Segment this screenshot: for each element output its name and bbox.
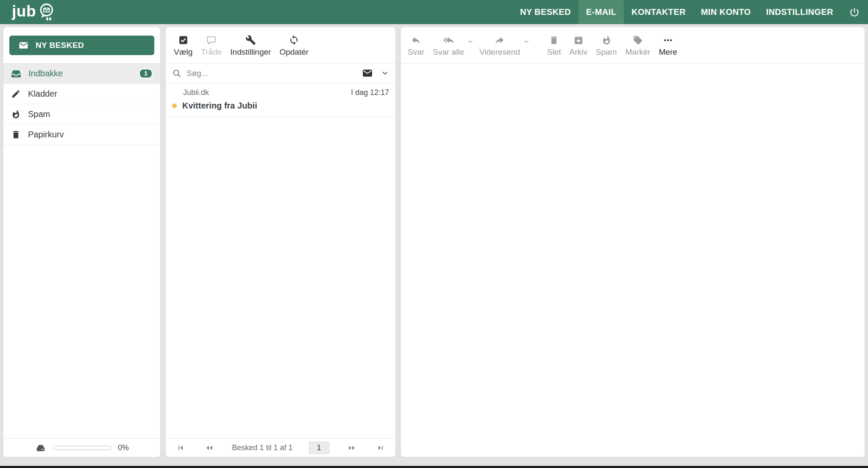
top-nav: NY BESKED E-MAIL KONTAKTER MIN KONTO IND… [512,0,868,24]
folder-panel: NY BESKED Indbakke 1 Kladder [3,27,160,457]
sidebar-item-papirkurv[interactable]: Papirkurv [3,125,160,145]
pagination-bar: Besked 1 til 1 af 1 [166,438,395,457]
chevron-down-icon [523,38,530,45]
forward-icon [494,34,505,45]
reply-all-icon [442,34,455,45]
list-settings-label: Indstillinger [230,47,271,57]
refresh-label: Opdatér [279,47,309,57]
chevron-down-icon [381,69,389,77]
fire-icon [11,109,21,119]
search-input[interactable] [186,69,356,78]
disk-icon [35,443,47,454]
previous-page-icon [204,443,214,452]
mark-button[interactable]: Markér [621,34,654,57]
last-page-icon [376,443,385,452]
message-date: I dag 12:17 [351,88,389,97]
archive-button[interactable]: Arkiv [565,34,592,57]
reply-all-label: Svar alle [433,47,464,57]
tag-icon [633,34,643,45]
next-page-button[interactable] [345,443,359,453]
sidebar-item-spam[interactable]: Spam [3,104,160,125]
forward-button[interactable]: Videresend [475,34,524,57]
message-toolbar: Svar Svar alle [401,27,865,64]
spam-label: Spam [596,47,617,57]
select-button[interactable]: Vælg [170,34,197,57]
power-icon [849,7,860,18]
compose-button[interactable]: NY BESKED [9,36,154,55]
message-subject: Kvittering fra Jubii [182,101,257,111]
refresh-button[interactable]: Opdatér [275,34,313,57]
spam-button[interactable]: Spam [592,34,621,57]
list-toolbar: Vælg Tråde Indstillinger [166,27,395,64]
unread-dot-icon [172,103,177,108]
previous-page-button[interactable] [203,443,216,453]
mail-filled-icon [362,68,373,78]
archive-icon [573,34,584,45]
message-row-subject: Kvittering fra Jubii [172,101,389,111]
logout-button[interactable] [841,0,868,24]
delete-button[interactable]: Slet [543,34,565,57]
folder-label: Papirkurv [28,130,64,139]
search-icon [172,69,181,78]
storage-quota: 0% [3,438,160,457]
forward-menu-button[interactable] [522,38,531,45]
chevron-down-icon [467,38,474,45]
pagination-status: Besked 1 til 1 af 1 [232,443,292,452]
message-list-item[interactable]: Jubii.dk I dag 12:17 Kvittering fra Jubi… [166,83,395,117]
nav-ny-besked[interactable]: NY BESKED [512,0,579,24]
storage-meter [53,446,111,450]
folder-label: Kladder [28,89,57,99]
nav-kontakter[interactable]: KONTAKTER [624,0,693,24]
forward-label: Videresend [479,47,520,57]
compose-area: NY BESKED [3,27,160,64]
reply-button[interactable]: Svar [403,34,428,57]
trash-icon [549,34,559,45]
search-scope-mail-button[interactable] [362,68,373,78]
reply-label: Svar [408,47,424,57]
logo-bubble-envelope-icon [37,3,55,22]
checkbox-checked-icon [178,34,189,45]
delete-label: Slet [547,47,561,57]
sidebar-item-indbakke[interactable]: Indbakke 1 [3,64,160,84]
first-page-icon [176,443,185,452]
nav-e-mail[interactable]: E-MAIL [579,0,624,24]
reply-all-menu-button[interactable] [466,38,475,45]
message-row-meta: Jubii.dk I dag 12:17 [172,88,389,97]
last-page-button[interactable] [375,443,387,453]
inbox-icon [11,69,21,79]
next-page-icon [347,443,357,452]
message-view-panel: Svar Svar alle [401,27,865,457]
list-settings-button[interactable]: Indstillinger [226,34,275,57]
more-dots-icon [662,34,673,45]
more-button[interactable]: Mere [655,34,682,57]
compose-label: NY BESKED [36,41,84,50]
unread-count-badge: 1 [139,69,153,79]
archive-label: Arkiv [570,47,587,57]
nav-indstillinger[interactable]: INDSTILLINGER [758,0,841,24]
message-list-panel: Vælg Tråde Indstillinger [166,27,395,457]
trash-icon [11,130,21,139]
reply-all-button[interactable]: Svar alle [428,34,468,57]
mark-label: Markér [625,47,650,57]
top-bar: jub NY BESKED E-MAIL KONTAKTER MIN KONTO… [0,0,868,24]
select-label: Vælg [174,47,192,57]
threads-label: Tråde [201,47,222,57]
sidebar-item-kladder[interactable]: Kladder [3,84,160,104]
jubii-logo[interactable]: jub [12,3,55,22]
fire-icon [601,34,612,45]
message-sender: Jubii.dk [183,88,209,97]
nav-min-konto[interactable]: MIN KONTO [693,0,759,24]
first-page-button[interactable] [174,443,186,453]
wrench-icon [245,34,256,45]
chat-bubble-icon [206,34,217,45]
folder-label: Indbakke [28,69,63,78]
more-label: Mere [659,47,677,57]
folder-label: Spam [28,109,50,119]
threads-button[interactable]: Tråde [197,34,226,57]
page-number-input[interactable] [309,442,329,454]
refresh-icon [289,34,299,45]
storage-percent: 0% [118,443,129,452]
envelope-icon [18,40,29,50]
search-options-button[interactable] [381,69,389,77]
screen-bottom-edge [0,466,868,468]
